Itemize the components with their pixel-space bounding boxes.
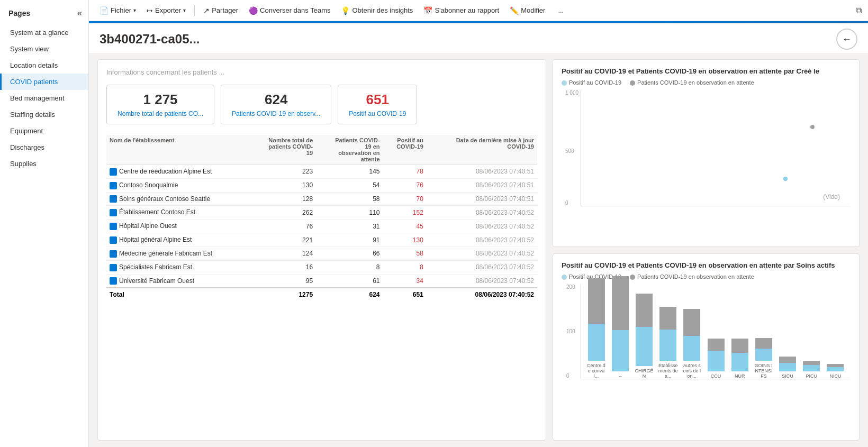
right-panel: Positif au COVID-19 et Patients COVID-19… [553,59,860,441]
toolbar-icon: 🟣 [249,6,258,15]
table-row[interactable]: Centre de rééducation Alpine Est 223 145… [106,165,537,179]
toolbar-btn-fichier[interactable]: 📄Fichier▾ [95,4,140,17]
table-row[interactable]: Contoso Snoqualmie 130 54 76 08/06/2023 … [106,178,537,192]
sidebar-header: Pages « [0,4,88,24]
bar-positif-9 [803,365,820,371]
cell-name: Contoso Snoqualmie [106,178,249,192]
sidebar-item-discharges[interactable]: Discharges [0,139,88,156]
bar-observation-1 [612,276,629,330]
legend-label: Positif au COVID-19 [569,79,621,86]
bar-positif-4 [683,336,700,361]
row-icon [110,182,117,189]
bar-group-4: Autres soins de lon... [681,309,703,379]
y-label-0: 0 [565,200,568,206]
toolbar-icon: ↦ [147,6,153,15]
kpi-label-0: Nombre total de patients CO... [117,110,203,117]
bar-positif-8 [779,363,796,371]
toolbar-btn-modifier[interactable]: ✏️Modifier [505,4,549,17]
table-row[interactable]: Hôpital Alpine Ouest 76 31 45 08/06/2023… [106,220,537,233]
footer-date: 08/06/2023 07:40:52 [427,288,537,301]
toolbar-btn-obtenir-des-insights[interactable]: 💡Obtenir des insights [337,4,417,17]
toolbar-items: 📄Fichier▾↦Exporter▾↗Partager🟣Converser d… [95,4,854,17]
cell-name: Hôpital général Alpine Est [106,233,249,247]
sidebar-item-staffing-details[interactable]: Staffing details [0,106,88,123]
sidebar-item-equipment[interactable]: Equipment [0,123,88,139]
cell-date: 08/06/2023 07:40:52 [427,220,537,233]
bar-stack-3 [659,307,676,361]
cell-positif: 34 [383,274,427,288]
back-button[interactable]: ← [836,29,857,50]
toolbar-label: Exporter [155,6,181,14]
cell-name: Spécialistes Fabricam Est [106,260,249,274]
bar-stack-4 [683,309,700,361]
resize-icon[interactable]: ⧉ [856,6,862,15]
col-name: Nom de l'établissement [106,135,249,165]
table-header: Nom de l'établissement Nombre total depa… [106,135,537,165]
col-date: Date de dernière mise à jourCOVID-19 [427,135,537,165]
bar-label-1: -- [619,373,622,379]
toolbar-icon: ↗ [203,6,210,15]
sidebar-item-location-details[interactable]: Location details [0,57,88,74]
footer-total: 1275 [249,288,316,301]
sidebar: Pages « System at a glanceSystem viewLoc… [0,0,89,447]
toolbar-btn-s'abonner-au-rapport[interactable]: 📅S'abonner au rapport [419,4,503,17]
bar-stack-8 [779,357,796,371]
cell-total: 124 [249,247,316,260]
bar-observation-7 [755,338,772,349]
bar-stack-0 [588,278,605,361]
chart1-empty: (Vide) [823,193,840,200]
toolbar-btn-...[interactable]: ... [551,4,568,16]
cell-name: Centre de rééducation Alpine Est [106,165,249,179]
table-row[interactable]: Hôpital général Alpine Est 221 91 130 08… [106,233,537,247]
bar-stack-1 [612,276,629,371]
bar-observation-3 [659,307,676,330]
bar-y-0: 0 [566,373,575,379]
cell-observation: 66 [316,247,383,260]
cell-observation: 110 [316,206,383,220]
cell-total: 221 [249,233,316,247]
legend-dot [630,80,635,86]
toolbar-label: Partager [212,6,238,14]
table-row[interactable]: Établissement Contoso Est 262 110 152 08… [106,206,537,220]
sidebar-item-system-view[interactable]: System view [0,41,88,57]
bar-label-10: NICU [829,373,841,379]
bar-label-7: SOINS INTENSIFS [754,363,774,379]
sidebar-collapse-button[interactable]: « [77,8,82,18]
toolbar-btn-converser-dans-teams[interactable]: 🟣Converser dans Teams [245,4,334,17]
cell-observation: 145 [316,165,383,179]
table-footer: Total 1275 624 651 08/06/2023 07:40:52 [106,288,537,301]
table-row[interactable]: Spécialistes Fabricam Est 16 8 8 08/06/2… [106,260,537,274]
toolbar: 📄Fichier▾↦Exporter▾↗Partager🟣Converser d… [89,0,868,21]
y-label-500: 500 [565,148,574,154]
sidebar-item-supplies[interactable]: Supplies [0,156,88,172]
sidebar-item-covid-patients[interactable]: COVID patients [0,74,88,90]
toolbar-label: S'abonner au rapport [435,6,499,14]
bar-y-200: 200 [566,284,575,290]
bar-label-5: CCU [711,373,721,379]
cell-total: 16 [249,260,316,274]
kpi-label-2: Positif au COVID-19 [349,110,406,117]
bar-observation-2 [636,294,653,327]
table-row[interactable]: Médecine générale Fabricam Est 124 66 58… [106,247,537,260]
bar-positif-10 [827,367,844,371]
cell-date: 08/06/2023 07:40:51 [427,192,537,206]
bar-stack-9 [803,361,820,371]
bar-y-100: 100 [566,329,575,334]
sidebar-item-system-at-a-glance[interactable]: System at a glance [0,24,88,41]
bar-group-0: Centre de conval... [585,278,607,379]
footer-positif: 651 [383,288,427,301]
table-row[interactable]: Soins généraux Contoso Seattle 128 58 70… [106,192,537,206]
toolbar-btn-partager[interactable]: ↗Partager [199,4,242,17]
kpi-label-1: Patients COVID-19 en observ... [232,110,320,117]
toolbar-btn-exporter[interactable]: ↦Exporter▾ [142,4,190,17]
bar-group-2: CHIRGÉN [633,294,655,379]
cell-observation: 31 [316,220,383,233]
table-row[interactable]: Université Fabricam Ouest 95 61 34 08/06… [106,274,537,288]
cell-total: 95 [249,274,316,288]
cell-total: 223 [249,165,316,179]
sidebar-item-bed-management[interactable]: Bed management [0,90,88,106]
kpi-card-1: 624 Patients COVID-19 en observ... [221,85,331,124]
cell-date: 08/06/2023 07:40:51 [427,178,537,192]
page-header: 3b400271-ca05... ← [89,23,868,53]
toolbar-icon: 📄 [100,6,108,15]
